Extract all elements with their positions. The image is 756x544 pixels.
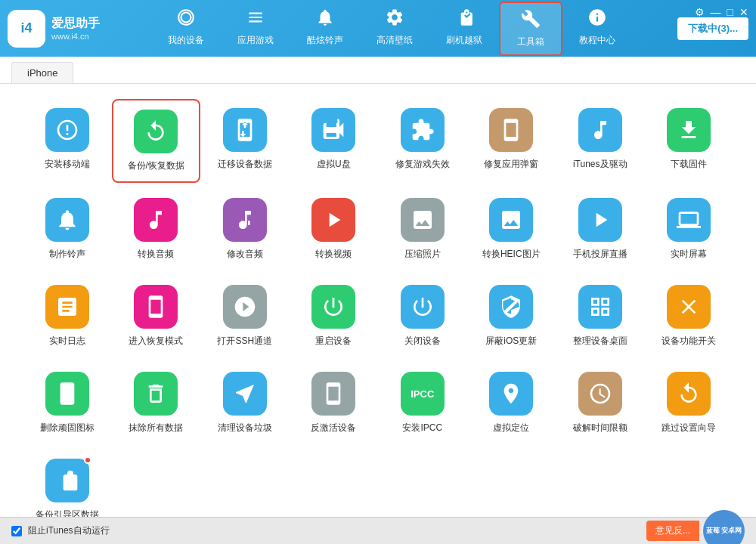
- tool-delete-stubborn-icon[interactable]: 删除顽固图标: [23, 363, 112, 444]
- tool-label-backup-restore: 备份/恢复数据: [128, 159, 184, 172]
- tool-icon-shutdown-device: [401, 285, 445, 329]
- tool-label-recovery-mode: 进入恢复模式: [129, 335, 183, 348]
- tool-realtime-screen[interactable]: 实时屏幕: [645, 189, 734, 270]
- tool-label-shutdown-device: 关闭设备: [404, 335, 441, 348]
- nav-bar: 我的设备 应用游戏 酷炫铃声 高清壁纸 刷机越狱 工具箱 教程中心: [106, 2, 677, 56]
- tool-device-switch[interactable]: 设备功能开关: [645, 276, 734, 357]
- close-btn[interactable]: ✕: [739, 6, 748, 18]
- tool-download-firmware[interactable]: 下载固件: [645, 99, 734, 183]
- nav-item-my-device[interactable]: 我的设备: [151, 2, 221, 56]
- tool-icon-convert-video: [311, 198, 355, 242]
- tool-deactivate-device[interactable]: 反激活设备: [290, 363, 379, 444]
- itunes-checkbox[interactable]: [11, 526, 22, 536]
- watermark: 蓝莓 安卓网: [703, 510, 745, 544]
- tool-icon-recovery-mode: [134, 285, 178, 329]
- nav-label-jailbreak: 刷机越狱: [446, 34, 482, 47]
- app-url: www.i4.cn: [51, 32, 100, 41]
- maximize-btn[interactable]: □: [727, 6, 733, 18]
- nav-item-app-games[interactable]: 应用游戏: [221, 2, 290, 56]
- tool-migrate-data[interactable]: 迁移设备数据: [200, 99, 290, 183]
- tool-backup-partition[interactable]: 备份引导区数据: [23, 450, 112, 517]
- tool-icon-fix-popup: [489, 108, 533, 152]
- nav-icon-ringtones: [315, 8, 335, 32]
- nav-label-ringtones: 酷炫铃声: [307, 34, 343, 47]
- tool-reboot-device[interactable]: 重启设备: [290, 276, 379, 357]
- tool-label-fix-popup: 修复应用弹窗: [484, 158, 538, 171]
- tool-shutdown-device[interactable]: 关闭设备: [378, 276, 467, 357]
- tool-recovery-mode[interactable]: 进入恢复模式: [112, 276, 201, 357]
- tool-realtime-log[interactable]: 实时日志: [23, 276, 112, 357]
- tool-label-compress-photo: 压缩照片: [404, 248, 441, 261]
- tool-fix-popup[interactable]: 修复应用弹窗: [467, 99, 556, 183]
- nav-icon-wallpaper: [385, 8, 404, 32]
- tool-erase-all-data[interactable]: 抹除所有数据: [112, 363, 201, 444]
- tool-label-fake-location: 虚拟定位: [493, 422, 529, 434]
- tool-icon-deactivate-device: [311, 372, 355, 416]
- footer-left: 阻止iTunes自动运行: [11, 524, 110, 537]
- tool-label-migrate-data: 迁移设备数据: [218, 158, 272, 171]
- nav-label-wallpaper: 高清壁纸: [376, 34, 413, 47]
- tool-install-mobile[interactable]: 安装移动端: [23, 99, 112, 183]
- nav-icon-toolbox: [521, 9, 541, 33]
- tool-convert-heic[interactable]: 转换HEIC图片: [467, 189, 556, 270]
- tool-icon-realtime-log: [45, 285, 89, 329]
- tool-icon-erase-all-data: [134, 372, 178, 416]
- tab-iphone[interactable]: iPhone: [11, 62, 73, 83]
- nav-icon-jailbreak: [454, 8, 474, 32]
- tool-icon-compress-photo: [401, 198, 445, 242]
- tool-skip-setup[interactable]: 跳过设置向导: [645, 363, 734, 444]
- tool-break-time-limit[interactable]: 破解时间限额: [556, 363, 645, 444]
- tool-label-backup-partition: 备份引导区数据: [36, 508, 99, 517]
- tool-label-install-ipcc: 安装IPCC: [402, 422, 442, 434]
- tool-organize-desktop[interactable]: 整理设备桌面: [556, 276, 645, 357]
- tool-label-install-mobile: 安装移动端: [45, 158, 90, 171]
- tool-icon-open-ssh: [223, 285, 267, 329]
- nav-icon-app-games: [246, 8, 265, 32]
- tool-edit-audio[interactable]: 修改音频: [200, 189, 290, 270]
- settings-icon[interactable]: ⚙: [695, 6, 705, 18]
- nav-label-tutorial: 教程中心: [579, 34, 615, 47]
- tool-label-edit-audio: 修改音频: [227, 248, 263, 261]
- tool-install-ipcc[interactable]: IPCC 安装IPCC: [378, 363, 467, 444]
- main-content: 安装移动端 备份/恢复数据 迁移设备数据 虚拟U盘 修复游戏失效 修复应用弹窗 …: [0, 84, 756, 517]
- tool-label-fix-game: 修复游戏失效: [395, 158, 450, 171]
- tool-label-realtime-screen: 实时屏幕: [671, 248, 707, 261]
- nav-item-toolbox[interactable]: 工具箱: [499, 2, 562, 56]
- tool-label-realtime-log: 实时日志: [49, 335, 85, 348]
- tool-convert-audio[interactable]: 转换音频: [112, 189, 201, 270]
- tool-fake-location[interactable]: 虚拟定位: [467, 363, 556, 444]
- tool-icon-itunes-driver: [578, 108, 622, 152]
- tool-label-device-switch: 设备功能开关: [662, 335, 716, 348]
- nav-item-jailbreak[interactable]: 刷机越狱: [429, 2, 499, 56]
- nav-item-tutorial[interactable]: 教程中心: [562, 2, 632, 56]
- tool-backup-restore[interactable]: 备份/恢复数据: [112, 99, 201, 183]
- download-button[interactable]: 下载中(3)...: [677, 17, 748, 40]
- tool-screen-cast[interactable]: 手机投屏直播: [556, 189, 645, 270]
- tool-fix-game[interactable]: 修复游戏失效: [378, 99, 467, 183]
- tool-itunes-driver[interactable]: iTunes及驱动: [556, 99, 645, 183]
- tool-make-ringtone[interactable]: 制作铃声: [23, 189, 112, 270]
- tool-compress-photo[interactable]: 压缩照片: [378, 189, 467, 270]
- tool-label-skip-setup: 跳过设置向导: [662, 422, 716, 434]
- nav-item-ringtones[interactable]: 酷炫铃声: [290, 2, 360, 56]
- feedback-button[interactable]: 意见反...: [646, 521, 699, 541]
- tool-label-break-time-limit: 破解时间限额: [573, 422, 627, 434]
- footer-right: 意见反... 蓝莓 安卓网: [646, 510, 745, 544]
- tool-open-ssh[interactable]: 打开SSH通道: [200, 276, 290, 357]
- tool-block-ios-update[interactable]: 屏蔽iOS更新: [467, 276, 556, 357]
- nav-item-wallpaper[interactable]: 高清壁纸: [360, 2, 429, 56]
- tool-icon-download-firmware: [667, 108, 711, 152]
- tool-label-convert-video: 转换视频: [315, 248, 352, 261]
- tool-icon-clean-device: [223, 372, 267, 416]
- minimize-btn[interactable]: —: [711, 6, 721, 18]
- tool-label-make-ringtone: 制作铃声: [49, 248, 85, 261]
- tool-icon-delete-stubborn-icon: [45, 372, 89, 416]
- tool-icon-fake-location: [489, 372, 533, 416]
- nav-label-app-games: 应用游戏: [237, 34, 274, 47]
- tool-clean-device[interactable]: 清理设备垃圾: [200, 363, 290, 444]
- tool-convert-video[interactable]: 转换视频: [290, 189, 379, 270]
- tool-icon-fix-game: [401, 108, 445, 152]
- tool-virtual-udisk[interactable]: 虚拟U盘: [290, 99, 379, 183]
- tool-icon-install-ipcc: IPCC: [401, 372, 445, 416]
- tool-icon-block-ios-update: [489, 285, 533, 329]
